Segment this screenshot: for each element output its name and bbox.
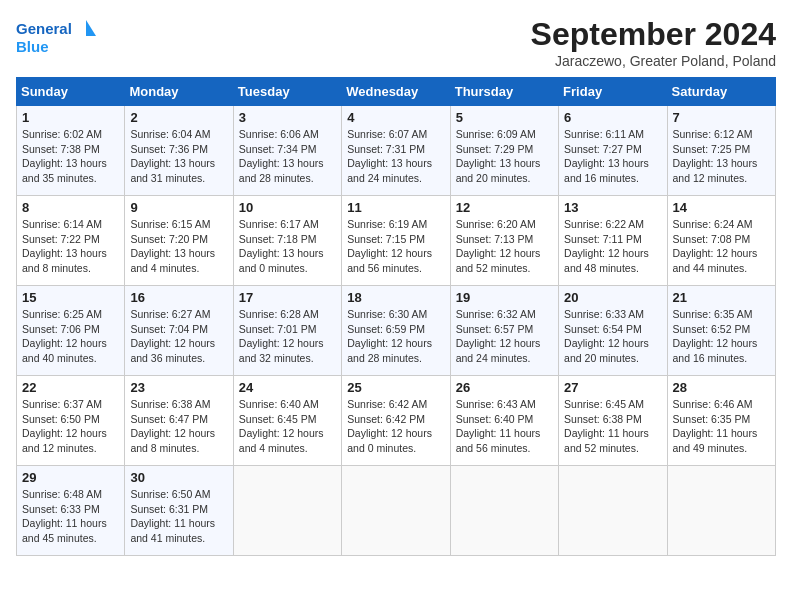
calendar-cell: 23Sunrise: 6:38 AM Sunset: 6:47 PM Dayli… xyxy=(125,376,233,466)
location-subtitle: Jaraczewo, Greater Poland, Poland xyxy=(531,53,776,69)
day-number: 26 xyxy=(456,380,553,395)
calendar-cell: 19Sunrise: 6:32 AM Sunset: 6:57 PM Dayli… xyxy=(450,286,558,376)
day-info: Sunrise: 6:37 AM Sunset: 6:50 PM Dayligh… xyxy=(22,397,119,456)
day-info: Sunrise: 6:07 AM Sunset: 7:31 PM Dayligh… xyxy=(347,127,444,186)
day-info: Sunrise: 6:33 AM Sunset: 6:54 PM Dayligh… xyxy=(564,307,661,366)
day-number: 24 xyxy=(239,380,336,395)
calendar-cell: 3Sunrise: 6:06 AM Sunset: 7:34 PM Daylig… xyxy=(233,106,341,196)
calendar-cell xyxy=(667,466,775,556)
day-info: Sunrise: 6:02 AM Sunset: 7:38 PM Dayligh… xyxy=(22,127,119,186)
day-info: Sunrise: 6:11 AM Sunset: 7:27 PM Dayligh… xyxy=(564,127,661,186)
day-number: 16 xyxy=(130,290,227,305)
weekday-header-thursday: Thursday xyxy=(450,78,558,106)
day-number: 25 xyxy=(347,380,444,395)
calendar-cell: 10Sunrise: 6:17 AM Sunset: 7:18 PM Dayli… xyxy=(233,196,341,286)
calendar-cell: 24Sunrise: 6:40 AM Sunset: 6:45 PM Dayli… xyxy=(233,376,341,466)
calendar-cell: 30Sunrise: 6:50 AM Sunset: 6:31 PM Dayli… xyxy=(125,466,233,556)
weekday-header-friday: Friday xyxy=(559,78,667,106)
day-number: 11 xyxy=(347,200,444,215)
calendar-cell: 26Sunrise: 6:43 AM Sunset: 6:40 PM Dayli… xyxy=(450,376,558,466)
day-info: Sunrise: 6:45 AM Sunset: 6:38 PM Dayligh… xyxy=(564,397,661,456)
day-number: 18 xyxy=(347,290,444,305)
month-title: September 2024 xyxy=(531,16,776,53)
calendar-cell: 5Sunrise: 6:09 AM Sunset: 7:29 PM Daylig… xyxy=(450,106,558,196)
day-number: 1 xyxy=(22,110,119,125)
day-info: Sunrise: 6:35 AM Sunset: 6:52 PM Dayligh… xyxy=(673,307,770,366)
calendar-cell: 27Sunrise: 6:45 AM Sunset: 6:38 PM Dayli… xyxy=(559,376,667,466)
weekday-header-wednesday: Wednesday xyxy=(342,78,450,106)
calendar-cell: 14Sunrise: 6:24 AM Sunset: 7:08 PM Dayli… xyxy=(667,196,775,286)
day-number: 30 xyxy=(130,470,227,485)
weekday-header-sunday: Sunday xyxy=(17,78,125,106)
calendar-cell: 9Sunrise: 6:15 AM Sunset: 7:20 PM Daylig… xyxy=(125,196,233,286)
day-info: Sunrise: 6:14 AM Sunset: 7:22 PM Dayligh… xyxy=(22,217,119,276)
calendar-cell: 1Sunrise: 6:02 AM Sunset: 7:38 PM Daylig… xyxy=(17,106,125,196)
day-number: 28 xyxy=(673,380,770,395)
calendar-cell: 12Sunrise: 6:20 AM Sunset: 7:13 PM Dayli… xyxy=(450,196,558,286)
calendar-cell: 4Sunrise: 6:07 AM Sunset: 7:31 PM Daylig… xyxy=(342,106,450,196)
calendar-cell xyxy=(559,466,667,556)
title-block: September 2024 Jaraczewo, Greater Poland… xyxy=(531,16,776,69)
day-number: 19 xyxy=(456,290,553,305)
day-number: 20 xyxy=(564,290,661,305)
day-number: 6 xyxy=(564,110,661,125)
calendar-cell: 17Sunrise: 6:28 AM Sunset: 7:01 PM Dayli… xyxy=(233,286,341,376)
day-info: Sunrise: 6:12 AM Sunset: 7:25 PM Dayligh… xyxy=(673,127,770,186)
calendar-table: SundayMondayTuesdayWednesdayThursdayFrid… xyxy=(16,77,776,556)
day-number: 12 xyxy=(456,200,553,215)
day-info: Sunrise: 6:50 AM Sunset: 6:31 PM Dayligh… xyxy=(130,487,227,546)
calendar-cell: 15Sunrise: 6:25 AM Sunset: 7:06 PM Dayli… xyxy=(17,286,125,376)
day-number: 23 xyxy=(130,380,227,395)
day-number: 13 xyxy=(564,200,661,215)
calendar-cell: 8Sunrise: 6:14 AM Sunset: 7:22 PM Daylig… xyxy=(17,196,125,286)
logo: General Blue xyxy=(16,16,96,60)
svg-text:Blue: Blue xyxy=(16,38,49,55)
svg-marker-2 xyxy=(86,20,96,36)
day-number: 8 xyxy=(22,200,119,215)
calendar-cell: 22Sunrise: 6:37 AM Sunset: 6:50 PM Dayli… xyxy=(17,376,125,466)
day-number: 14 xyxy=(673,200,770,215)
calendar-cell: 2Sunrise: 6:04 AM Sunset: 7:36 PM Daylig… xyxy=(125,106,233,196)
day-info: Sunrise: 6:30 AM Sunset: 6:59 PM Dayligh… xyxy=(347,307,444,366)
day-info: Sunrise: 6:24 AM Sunset: 7:08 PM Dayligh… xyxy=(673,217,770,276)
calendar-cell: 7Sunrise: 6:12 AM Sunset: 7:25 PM Daylig… xyxy=(667,106,775,196)
logo-svg: General Blue xyxy=(16,16,96,60)
day-info: Sunrise: 6:48 AM Sunset: 6:33 PM Dayligh… xyxy=(22,487,119,546)
day-info: Sunrise: 6:38 AM Sunset: 6:47 PM Dayligh… xyxy=(130,397,227,456)
calendar-cell: 11Sunrise: 6:19 AM Sunset: 7:15 PM Dayli… xyxy=(342,196,450,286)
day-info: Sunrise: 6:46 AM Sunset: 6:35 PM Dayligh… xyxy=(673,397,770,456)
svg-text:General: General xyxy=(16,20,72,37)
day-number: 10 xyxy=(239,200,336,215)
header: General Blue September 2024 Jaraczewo, G… xyxy=(16,16,776,69)
day-number: 27 xyxy=(564,380,661,395)
calendar-cell xyxy=(450,466,558,556)
day-info: Sunrise: 6:28 AM Sunset: 7:01 PM Dayligh… xyxy=(239,307,336,366)
weekday-header-saturday: Saturday xyxy=(667,78,775,106)
day-info: Sunrise: 6:42 AM Sunset: 6:42 PM Dayligh… xyxy=(347,397,444,456)
calendar-cell: 20Sunrise: 6:33 AM Sunset: 6:54 PM Dayli… xyxy=(559,286,667,376)
day-number: 4 xyxy=(347,110,444,125)
day-info: Sunrise: 6:15 AM Sunset: 7:20 PM Dayligh… xyxy=(130,217,227,276)
calendar-cell: 18Sunrise: 6:30 AM Sunset: 6:59 PM Dayli… xyxy=(342,286,450,376)
day-number: 2 xyxy=(130,110,227,125)
day-number: 7 xyxy=(673,110,770,125)
day-number: 29 xyxy=(22,470,119,485)
day-info: Sunrise: 6:43 AM Sunset: 6:40 PM Dayligh… xyxy=(456,397,553,456)
calendar-cell: 16Sunrise: 6:27 AM Sunset: 7:04 PM Dayli… xyxy=(125,286,233,376)
day-info: Sunrise: 6:32 AM Sunset: 6:57 PM Dayligh… xyxy=(456,307,553,366)
day-number: 17 xyxy=(239,290,336,305)
day-info: Sunrise: 6:22 AM Sunset: 7:11 PM Dayligh… xyxy=(564,217,661,276)
day-info: Sunrise: 6:04 AM Sunset: 7:36 PM Dayligh… xyxy=(130,127,227,186)
day-info: Sunrise: 6:19 AM Sunset: 7:15 PM Dayligh… xyxy=(347,217,444,276)
day-info: Sunrise: 6:20 AM Sunset: 7:13 PM Dayligh… xyxy=(456,217,553,276)
day-info: Sunrise: 6:25 AM Sunset: 7:06 PM Dayligh… xyxy=(22,307,119,366)
calendar-cell: 25Sunrise: 6:42 AM Sunset: 6:42 PM Dayli… xyxy=(342,376,450,466)
day-number: 21 xyxy=(673,290,770,305)
day-info: Sunrise: 6:27 AM Sunset: 7:04 PM Dayligh… xyxy=(130,307,227,366)
calendar-cell: 13Sunrise: 6:22 AM Sunset: 7:11 PM Dayli… xyxy=(559,196,667,286)
calendar-cell: 28Sunrise: 6:46 AM Sunset: 6:35 PM Dayli… xyxy=(667,376,775,466)
weekday-header-tuesday: Tuesday xyxy=(233,78,341,106)
day-number: 3 xyxy=(239,110,336,125)
calendar-cell xyxy=(233,466,341,556)
calendar-cell: 6Sunrise: 6:11 AM Sunset: 7:27 PM Daylig… xyxy=(559,106,667,196)
